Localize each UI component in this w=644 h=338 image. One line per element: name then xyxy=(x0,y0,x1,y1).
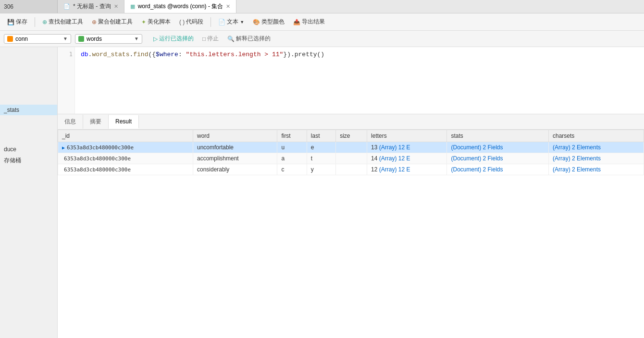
charsets-type: (Array) 2 Elements xyxy=(553,155,601,162)
stop-button[interactable]: □ 停止 xyxy=(199,33,222,44)
cell-charsets: (Array) 2 Elements xyxy=(548,164,644,175)
cell-word: considerably xyxy=(193,164,277,175)
charsets-type: (Array) 2 Elements xyxy=(553,166,601,173)
data-table: _id word first last size letters stats c… xyxy=(58,130,644,175)
database-icon xyxy=(78,36,84,42)
cell-id: 6353a8d3cb480000c300e xyxy=(58,153,193,164)
code-segment-icon: ( ) xyxy=(179,19,185,25)
cell-letters: 13 (Array) 12 E xyxy=(367,142,447,153)
explain-label: 解释已选择的 xyxy=(236,35,271,43)
type-color-icon: 🎨 xyxy=(253,19,260,25)
col-header-last: last xyxy=(307,130,335,142)
find-create-icon: ⊕ xyxy=(42,19,47,25)
stats-type: (Document) 2 Fields xyxy=(451,144,503,151)
line-numbers: 1 xyxy=(58,47,75,114)
sidebar-item-bucket[interactable]: 存储桶 xyxy=(0,155,57,167)
database-value: words xyxy=(87,36,102,42)
connection-arrow-icon: ▼ xyxy=(59,36,68,41)
explain-button[interactable]: 🔍 解释已选择的 xyxy=(224,33,274,44)
text-dropdown-icon: ▼ xyxy=(240,20,244,24)
cell-word: uncomfortable xyxy=(193,142,277,153)
code-segment-button[interactable]: ( ) 代码段 xyxy=(176,16,207,27)
result-tabs: 信息 摘要 Result xyxy=(58,114,644,130)
beautify-label: 美化脚本 xyxy=(148,18,171,26)
save-button[interactable]: 💾 保存 xyxy=(4,16,31,27)
cell-first: u xyxy=(277,142,307,153)
conn-actions: ▷ 运行已选择的 □ 停止 🔍 解释已选择的 xyxy=(150,33,274,44)
row-arrow xyxy=(62,167,64,172)
col-header-id: _id xyxy=(58,130,193,142)
code-editor: 1 db.word_stats.find({$where: "this.lett… xyxy=(58,47,644,114)
results-panel: 信息 摘要 Result _id word first xyxy=(58,114,644,338)
export-button[interactable]: 📤 导出结果 xyxy=(290,16,328,27)
beautify-button[interactable]: ✦ 美化脚本 xyxy=(138,16,174,27)
text-label: 文本 xyxy=(227,18,238,26)
type-color-button[interactable]: 🎨 类型颜色 xyxy=(249,16,288,27)
explain-icon: 🔍 xyxy=(227,36,235,42)
agg-create-icon: ⊕ xyxy=(92,19,97,25)
cell-letters: 12 (Array) 12 E xyxy=(367,164,447,175)
export-label: 导出结果 xyxy=(302,18,325,26)
tab-summary-label: 摘要 xyxy=(90,118,101,125)
charsets-type: (Array) 2 Elements xyxy=(553,144,601,151)
cell-stats: (Document) 2 Fields xyxy=(447,142,549,153)
save-label: 保存 xyxy=(16,18,27,26)
tab-collection-close[interactable]: ✕ xyxy=(226,3,230,10)
tab-summary[interactable]: 摘要 xyxy=(83,115,109,129)
connection-select[interactable]: conn ▼ xyxy=(4,34,71,44)
toolbar-sep-1 xyxy=(35,17,35,27)
run-icon: ▷ xyxy=(153,36,158,42)
cell-last: e xyxy=(307,142,335,153)
connection-icon xyxy=(7,36,13,42)
find-create-button[interactable]: ⊕ 查找创建工具 xyxy=(39,16,87,27)
sidebar-item-duce[interactable]: duce xyxy=(0,144,57,155)
col-header-size: size xyxy=(336,130,367,142)
letters-type: (Array) 12 E xyxy=(379,166,410,173)
beautify-icon: ✦ xyxy=(141,19,146,25)
tab-info-label: 信息 xyxy=(64,118,76,125)
run-button[interactable]: ▷ 运行已选择的 xyxy=(150,33,197,44)
cell-size xyxy=(336,153,367,164)
connection-bar: conn ▼ words ▼ ▷ 运行已选择的 □ 停止 🔍 解释已选择的 xyxy=(0,31,644,47)
row-arrow: ▶ xyxy=(62,145,67,150)
tab-collection[interactable]: ▦ word_stats @words (conn) - 集合 ✕ xyxy=(124,0,237,13)
sidebar-item-stats[interactable]: _stats xyxy=(0,105,57,115)
tab-bar: 306 📄 * 无标题 - 查询 ✕ ▦ word_stats @words (… xyxy=(0,0,644,13)
table-row[interactable]: 6353a8d3cb480000c300econsiderablycy12 (A… xyxy=(58,164,644,175)
line-number-1: 1 xyxy=(60,51,73,58)
cell-first: a xyxy=(277,153,307,164)
stop-label: 停止 xyxy=(207,35,219,43)
run-label: 运行已选择的 xyxy=(159,35,194,43)
tab-query-label: * 无标题 - 查询 xyxy=(73,2,111,11)
cell-first: c xyxy=(277,164,307,175)
cell-charsets: (Array) 2 Elements xyxy=(548,142,644,153)
table-row[interactable]: 6353a8d3cb480000c300eaccomplishmentat14 … xyxy=(58,153,644,164)
toolbar-sep-2 xyxy=(211,17,211,27)
col-header-letters: letters xyxy=(367,130,447,142)
connection-value: conn xyxy=(15,36,28,42)
tab-query-close[interactable]: ✕ xyxy=(114,3,118,10)
agg-create-button[interactable]: ⊕ 聚合创建工具 xyxy=(88,16,136,27)
text-button[interactable]: 📄 文本 ▼ xyxy=(215,16,248,27)
cell-size xyxy=(336,142,367,153)
cell-charsets: (Array) 2 Elements xyxy=(548,153,644,164)
tab-info[interactable]: 信息 xyxy=(58,115,83,129)
row-arrow xyxy=(62,156,64,161)
text-icon: 📄 xyxy=(218,19,225,25)
col-header-stats: stats xyxy=(447,130,549,142)
table-row[interactable]: ▶6353a8d3cb480000c300euncomfortableue13 … xyxy=(58,142,644,153)
data-table-wrapper[interactable]: _id word first last size letters stats c… xyxy=(58,130,644,338)
type-color-label: 类型颜色 xyxy=(261,18,285,26)
agg-create-label: 聚合创建工具 xyxy=(98,18,133,26)
tab-result[interactable]: Result xyxy=(109,115,139,129)
stop-icon: □ xyxy=(202,36,206,42)
export-icon: 📤 xyxy=(293,19,300,25)
code-content[interactable]: db.word_stats.find({$where: "this.letter… xyxy=(75,47,644,114)
toolbar: 💾 保存 ⊕ 查找创建工具 ⊕ 聚合创建工具 ✦ 美化脚本 ( ) 代码段 📄 … xyxy=(0,13,644,31)
cell-stats: (Document) 2 Fields xyxy=(447,164,549,175)
tab-query[interactable]: 📄 * 无标题 - 查询 ✕ xyxy=(58,0,124,13)
database-select[interactable]: words ▼ xyxy=(75,34,142,44)
cell-stats: (Document) 2 Fields xyxy=(447,153,549,164)
sidebar-scroll[interactable]: _stats duce 存储桶 xyxy=(0,47,57,167)
col-header-word: word xyxy=(193,130,277,142)
